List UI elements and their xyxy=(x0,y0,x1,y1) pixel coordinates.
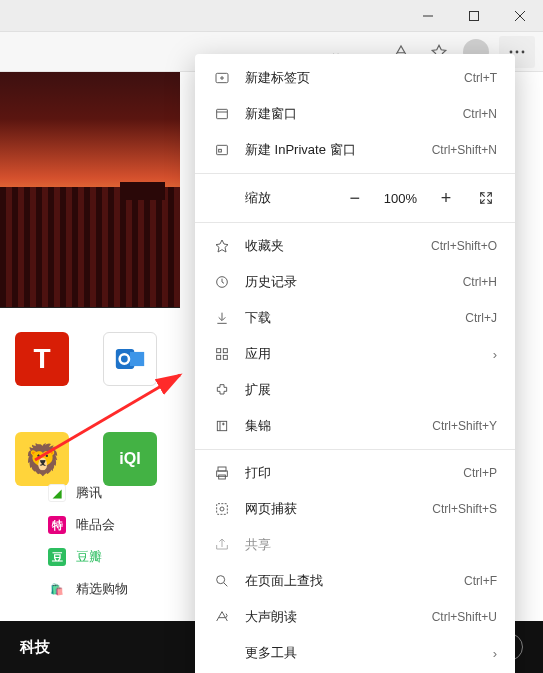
menu-shortcut: Ctrl+Shift+Y xyxy=(432,419,497,433)
menu-downloads[interactable]: 下载 Ctrl+J xyxy=(195,300,515,336)
zoom-label: 缩放 xyxy=(213,189,273,207)
hero-image xyxy=(0,72,180,308)
collections-icon xyxy=(213,417,231,435)
svg-rect-21 xyxy=(223,355,227,359)
menu-label: 下载 xyxy=(245,309,451,327)
inprivate-icon xyxy=(213,141,231,159)
link-vip[interactable]: 特唯品会 xyxy=(48,516,128,534)
menu-new-window[interactable]: 新建窗口 Ctrl+N xyxy=(195,96,515,132)
menu-history[interactable]: 历史记录 Ctrl+H xyxy=(195,264,515,300)
menu-print[interactable]: 打印 Ctrl+P xyxy=(195,455,515,491)
menu-share[interactable]: 共享 xyxy=(195,527,515,563)
new-window-icon xyxy=(213,105,231,123)
svg-rect-26 xyxy=(218,467,226,471)
read-aloud-icon xyxy=(213,608,231,626)
menu-shortcut: Ctrl+N xyxy=(463,107,497,121)
menu-shortcut: Ctrl+Shift+O xyxy=(431,239,497,253)
menu-read-aloud[interactable]: 大声朗读 Ctrl+Shift+U xyxy=(195,599,515,635)
chevron-right-icon: › xyxy=(493,347,497,362)
svg-rect-28 xyxy=(219,475,226,479)
menu-apps[interactable]: 应用 › xyxy=(195,336,515,372)
close-button[interactable] xyxy=(497,0,543,32)
chevron-right-icon: › xyxy=(493,646,497,661)
link-label: 精选购物 xyxy=(76,580,128,598)
outlook-icon xyxy=(103,332,157,386)
svg-rect-18 xyxy=(217,349,221,353)
history-icon xyxy=(213,273,231,291)
link-label: 腾讯 xyxy=(76,484,102,502)
tile-icon: 🦁 xyxy=(15,432,69,486)
svg-rect-29 xyxy=(217,504,228,515)
svg-rect-16 xyxy=(219,149,222,152)
menu-label: 应用 xyxy=(245,345,479,363)
menu-separator xyxy=(195,173,515,174)
menu-label: 打印 xyxy=(245,464,449,482)
menu-shortcut: Ctrl+Shift+U xyxy=(432,610,497,624)
maximize-button[interactable] xyxy=(451,0,497,32)
blank-icon xyxy=(213,644,231,662)
tile-outlook[interactable]: Outlook邮箱 xyxy=(100,332,160,426)
apps-icon xyxy=(213,345,231,363)
menu-new-tab[interactable]: 新建标签页 Ctrl+T xyxy=(195,60,515,96)
menu-label: 新建 InPrivate 窗口 xyxy=(245,141,418,159)
capture-icon xyxy=(213,500,231,518)
tencent-icon: ◢ xyxy=(48,484,66,502)
menu-label: 历史记录 xyxy=(245,273,449,291)
menu-collections[interactable]: 集锦 Ctrl+Shift+Y xyxy=(195,408,515,444)
category-label: 科技 xyxy=(20,638,50,657)
link-label: 豆瓣 xyxy=(76,548,102,566)
settings-menu: 新建标签页 Ctrl+T 新建窗口 Ctrl+N 新建 InPrivate 窗口… xyxy=(195,54,515,673)
menu-shortcut: Ctrl+Shift+S xyxy=(432,502,497,516)
menu-extensions[interactable]: 扩展 xyxy=(195,372,515,408)
zoom-in-button[interactable]: + xyxy=(435,187,457,209)
menu-label: 共享 xyxy=(245,536,497,554)
svg-point-5 xyxy=(516,50,519,53)
tile-lion[interactable]: 🦁 xyxy=(12,432,72,486)
share-icon xyxy=(213,536,231,554)
menu-find[interactable]: 在页面上查找 Ctrl+F xyxy=(195,563,515,599)
svg-rect-13 xyxy=(217,109,228,118)
vip-icon: 特 xyxy=(48,516,66,534)
fullscreen-button[interactable] xyxy=(475,187,497,209)
minimize-button[interactable] xyxy=(405,0,451,32)
menu-favorites[interactable]: 收藏夹 Ctrl+Shift+O xyxy=(195,228,515,264)
menu-shortcut: Ctrl+F xyxy=(464,574,497,588)
find-icon xyxy=(213,572,231,590)
svg-rect-22 xyxy=(217,421,226,430)
link-douban[interactable]: 豆豆瓣 xyxy=(48,548,128,566)
tile-icon: iQI xyxy=(103,432,157,486)
menu-label: 更多工具 xyxy=(245,644,479,662)
link-label: 唯品会 xyxy=(76,516,115,534)
menu-label: 扩展 xyxy=(245,381,497,399)
svg-point-31 xyxy=(217,576,225,584)
menu-label: 集锦 xyxy=(245,417,418,435)
menu-label: 网页捕获 xyxy=(245,500,418,518)
zoom-value: 100% xyxy=(384,191,417,206)
menu-new-inprivate[interactable]: 新建 InPrivate 窗口 Ctrl+Shift+N xyxy=(195,132,515,168)
svg-point-30 xyxy=(220,507,224,511)
menu-label: 大声朗读 xyxy=(245,608,418,626)
menu-shortcut: Ctrl+T xyxy=(464,71,497,85)
svg-rect-8 xyxy=(130,352,144,366)
tile-iqiyi[interactable]: iQI xyxy=(100,432,160,486)
link-tencent[interactable]: ◢腾讯 xyxy=(48,484,128,502)
window-titlebar xyxy=(0,0,543,32)
tile-tmall[interactable]: T 天猫 xyxy=(12,332,72,426)
tile-icon: T xyxy=(15,332,69,386)
zoom-out-button[interactable]: − xyxy=(344,187,366,209)
menu-zoom: 缩放 − 100% + xyxy=(195,179,515,217)
svg-rect-20 xyxy=(217,355,221,359)
menu-capture[interactable]: 网页捕获 Ctrl+Shift+S xyxy=(195,491,515,527)
menu-more-tools[interactable]: 更多工具 › xyxy=(195,635,515,671)
link-shopping[interactable]: 🛍️精选购物 xyxy=(48,580,128,598)
svg-point-4 xyxy=(510,50,513,53)
extensions-icon xyxy=(213,381,231,399)
menu-shortcut: Ctrl+J xyxy=(465,311,497,325)
menu-shortcut: Ctrl+P xyxy=(463,466,497,480)
svg-point-6 xyxy=(522,50,525,53)
new-tab-icon xyxy=(213,69,231,87)
menu-label: 新建标签页 xyxy=(245,69,450,87)
douban-icon: 豆 xyxy=(48,548,66,566)
menu-label: 在页面上查找 xyxy=(245,572,450,590)
svg-line-32 xyxy=(224,583,227,586)
